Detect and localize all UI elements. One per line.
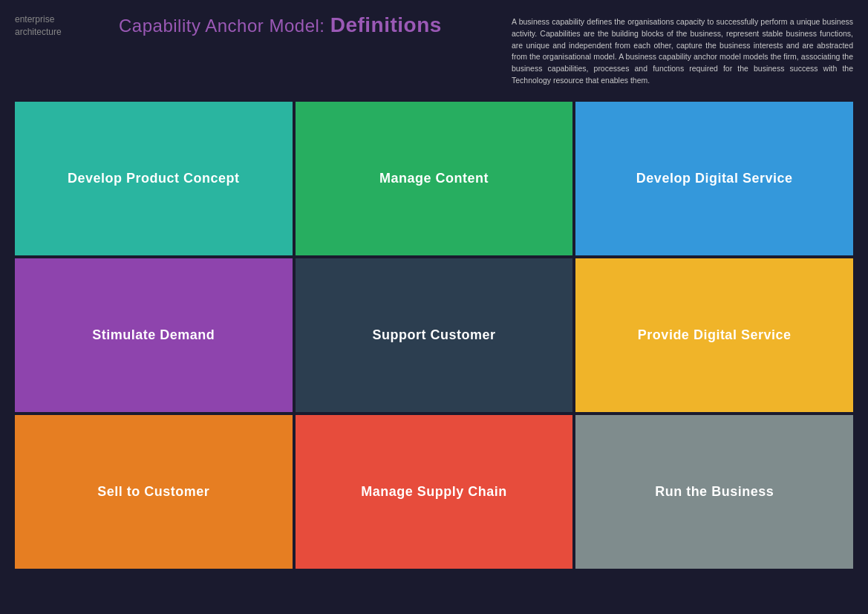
capability-grid: Develop Product ConceptManage ContentDev… [15,102,853,569]
grid-cell-stimulate-demand[interactable]: Stimulate Demand [15,258,293,412]
grid-cell-manage-supply-chain[interactable]: Manage Supply Chain [296,415,573,569]
grid-cell-provide-digital-service[interactable]: Provide Digital Service [575,258,853,412]
grid-cell-develop-product-concept[interactable]: Develop Product Concept [15,102,293,255]
description-block: A business capability defines the organi… [512,13,853,87]
grid-cell-run-the-business[interactable]: Run the Business [575,415,853,569]
title-block: Capability Anchor Model: Definitions [119,13,442,37]
grid-cell-support-customer[interactable]: Support Customer [296,258,573,412]
grid-cell-manage-content[interactable]: Manage Content [296,102,573,255]
grid-cell-develop-digital-service[interactable]: Develop Digital Service [575,102,853,255]
page-header: enterprise architecture Capability Ancho… [0,0,868,94]
description-text: A business capability defines the organi… [512,16,853,87]
enterprise-label: enterprise architecture [15,13,89,39]
grid-cell-sell-to-customer[interactable]: Sell to Customer [15,415,293,569]
page-title: Capability Anchor Model: Definitions [119,13,442,37]
